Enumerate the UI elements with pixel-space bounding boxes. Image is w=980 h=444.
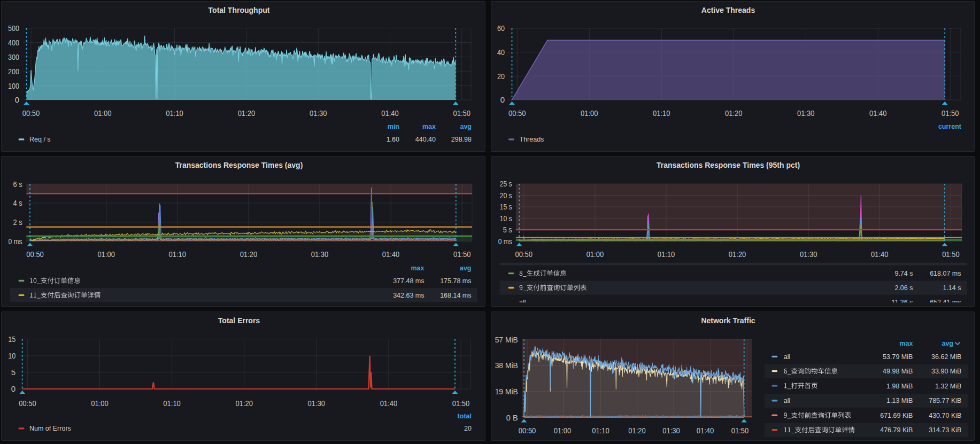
- svg-text:Transactions Response Times (9: Transactions Response Times (95th pct): [656, 161, 799, 169]
- svg-text:200: 200: [8, 67, 19, 76]
- svg-text:01:50: 01:50: [942, 250, 960, 259]
- svg-text:377.48 ms: 377.48 ms: [393, 277, 424, 285]
- svg-text:01:30: 01:30: [311, 250, 329, 259]
- svg-text:1.98 MiB: 1.98 MiB: [886, 383, 913, 390]
- svg-text:all: all: [783, 397, 790, 404]
- svg-text:0: 0: [15, 95, 19, 104]
- svg-text:175.78 ms: 175.78 ms: [440, 277, 471, 285]
- svg-text:0 ms: 0 ms: [498, 237, 512, 246]
- svg-text:01:50: 01:50: [731, 426, 748, 435]
- svg-text:current: current: [938, 123, 961, 130]
- svg-text:01:00: 01:00: [91, 399, 109, 408]
- svg-text:476.79 KiB: 476.79 KiB: [880, 426, 913, 434]
- svg-text:01:20: 01:20: [235, 399, 253, 408]
- svg-text:00:50: 00:50: [508, 108, 526, 118]
- svg-text:total: total: [458, 412, 472, 420]
- svg-text:01:00: 01:00: [553, 426, 571, 435]
- svg-text:01:10: 01:10: [169, 250, 187, 259]
- svg-text:01:50: 01:50: [452, 399, 470, 408]
- svg-text:Req / s: Req / s: [29, 136, 51, 143]
- svg-text:01:30: 01:30: [310, 108, 327, 118]
- svg-text:20: 20: [497, 72, 505, 81]
- svg-text:314.73 KiB: 314.73 KiB: [929, 426, 961, 434]
- svg-text:Threads: Threads: [519, 136, 544, 143]
- svg-text:400: 400: [8, 38, 19, 47]
- svg-text:min: min: [388, 123, 399, 130]
- svg-text:430.70 KiB: 430.70 KiB: [929, 412, 961, 419]
- svg-text:avg: avg: [942, 340, 953, 347]
- svg-text:1.13 MiB: 1.13 MiB: [886, 397, 913, 404]
- svg-text:00:50: 00:50: [515, 250, 533, 259]
- svg-text:01:50: 01:50: [942, 108, 959, 118]
- svg-text:01:10: 01:10: [166, 108, 183, 118]
- svg-text:Network Traffic: Network Traffic: [701, 316, 755, 325]
- svg-text:01:20: 01:20: [628, 426, 646, 435]
- svg-text:53.79 MiB: 53.79 MiB: [883, 353, 913, 361]
- svg-text:Num of Errors: Num of Errors: [29, 425, 71, 432]
- svg-text:01:10: 01:10: [163, 399, 181, 408]
- svg-text:01:30: 01:30: [662, 426, 680, 435]
- svg-text:01:00: 01:00: [581, 108, 598, 118]
- svg-text:all: all: [783, 353, 790, 361]
- svg-text:01:00: 01:00: [94, 108, 112, 118]
- svg-text:avg: avg: [460, 123, 472, 130]
- svg-text:01:10: 01:10: [592, 426, 609, 435]
- svg-text:300: 300: [8, 52, 19, 61]
- svg-text:9.74 s: 9.74 s: [894, 270, 913, 277]
- svg-text:1.14 s: 1.14 s: [943, 284, 961, 292]
- svg-text:max: max: [422, 123, 436, 130]
- svg-text:01:40: 01:40: [380, 399, 398, 408]
- svg-text:785.77 KiB: 785.77 KiB: [929, 397, 961, 404]
- svg-text:01:40: 01:40: [871, 250, 889, 259]
- svg-text:01:30: 01:30: [799, 250, 817, 259]
- svg-text:2.06 s: 2.06 s: [894, 284, 913, 292]
- svg-text:15: 15: [8, 334, 16, 344]
- svg-text:00:50: 00:50: [19, 399, 36, 408]
- svg-text:36.62 MiB: 36.62 MiB: [931, 353, 961, 361]
- svg-text:01:40: 01:40: [869, 108, 887, 118]
- svg-text:33.90 MiB: 33.90 MiB: [931, 368, 961, 375]
- svg-text:01:40: 01:40: [381, 108, 399, 118]
- svg-text:Active Threads: Active Threads: [701, 6, 755, 14]
- svg-text:6 s: 6 s: [13, 180, 22, 189]
- svg-text:01:20: 01:20: [240, 250, 258, 259]
- svg-text:10 s: 10 s: [499, 214, 512, 223]
- svg-text:01:50: 01:50: [453, 250, 471, 259]
- svg-text:01:10: 01:10: [653, 108, 670, 118]
- svg-text:60: 60: [497, 24, 505, 33]
- svg-text:10: 10: [8, 351, 16, 360]
- svg-text:Transactions Response Times (a: Transactions Response Times (avg): [175, 161, 303, 169]
- svg-text:298.98: 298.98: [451, 136, 472, 143]
- svg-text:1.60: 1.60: [387, 136, 399, 143]
- svg-text:max: max: [411, 264, 424, 272]
- svg-text:168.14 ms: 168.14 ms: [440, 292, 471, 299]
- svg-text:0: 0: [11, 384, 16, 393]
- svg-text:0: 0: [500, 95, 504, 104]
- svg-text:5 s: 5 s: [503, 225, 512, 234]
- svg-text:01:40: 01:40: [696, 426, 714, 435]
- svg-text:avg: avg: [460, 264, 472, 272]
- svg-text:1.32 MiB: 1.32 MiB: [935, 383, 961, 390]
- svg-text:4 s: 4 s: [13, 198, 22, 207]
- svg-text:01:20: 01:20: [725, 108, 743, 118]
- svg-text:49.98 MiB: 49.98 MiB: [883, 368, 913, 375]
- svg-text:2 s: 2 s: [13, 217, 22, 227]
- svg-text:5: 5: [11, 368, 16, 377]
- svg-text:01:00: 01:00: [586, 250, 604, 259]
- svg-text:01:00: 01:00: [97, 250, 115, 259]
- svg-text:57 MiB: 57 MiB: [495, 335, 518, 344]
- svg-text:01:30: 01:30: [797, 108, 815, 118]
- svg-text:500: 500: [8, 24, 19, 33]
- svg-text:01:10: 01:10: [657, 250, 675, 259]
- svg-text:342.63 ms: 342.63 ms: [393, 292, 424, 299]
- svg-text:0 B: 0 B: [506, 413, 518, 422]
- svg-text:19 MiB: 19 MiB: [495, 387, 518, 396]
- svg-text:671.69 KiB: 671.69 KiB: [880, 412, 913, 419]
- svg-text:20: 20: [464, 425, 472, 432]
- svg-text:00:50: 00:50: [518, 426, 536, 435]
- svg-text:Total Errors: Total Errors: [218, 316, 260, 325]
- svg-text:max: max: [899, 340, 913, 347]
- svg-text:00:50: 00:50: [22, 108, 40, 118]
- svg-text:00:50: 00:50: [26, 250, 44, 259]
- svg-text:15 s: 15 s: [499, 202, 512, 211]
